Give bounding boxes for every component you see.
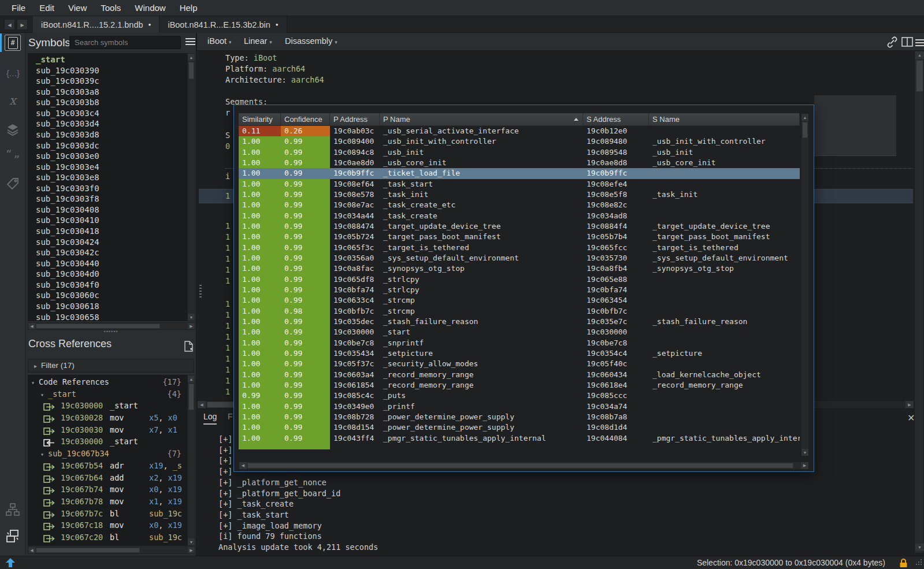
match-row[interactable]: 1.000.9919c065df8_strlcpy19c065e88 [239,274,800,285]
mini-graph-icon[interactable] [5,502,21,518]
match-row[interactable]: 1.000.9919c089400_usb_init_with_controll… [239,136,800,147]
symbol-list-item[interactable]: sub_19c0303e4 [36,162,187,173]
menu-view[interactable]: View [61,0,94,16]
match-row[interactable]: 1.000.9919c08ef64_task_start19c08efe4 [239,179,800,189]
match-row[interactable]: 1.000.9919c088474_target_update_device_t… [239,221,800,232]
match-row[interactable]: 1.000.9919c08d154_power_determine_power_… [239,422,800,433]
match-row[interactable]: 1.000.9919c0356a0_sys_setup_default_envi… [239,253,800,263]
xref-filter-row[interactable]: ▸Filter (17) [28,359,194,373]
tags-pane-icon[interactable] [5,176,21,192]
expand-arrow-icon[interactable]: ▾ [40,389,48,401]
symbol-list-item[interactable]: sub_19c030618 [36,301,187,312]
symbol-list-item[interactable]: sub_19c0303f8 [36,194,187,204]
match-row[interactable]: 1.000.9919c0b9ffc_ticket_load_file19c0b9… [239,168,800,178]
match-row[interactable]: 1.000.9919c08e578_task_init19c08e5f8_tas… [239,189,800,200]
menu-tools[interactable]: Tools [94,0,128,16]
symbol-list-item[interactable]: sub_19c0303f0 [36,183,187,194]
symbols-vertical-scrollbar[interactable]: ▲ ▼ [187,53,195,321]
column-header-saddr[interactable]: S Address [583,113,649,125]
symbol-list-item[interactable]: sub_19c030390 [36,65,187,76]
xref-horizontal-scrollbar[interactable]: ◀ ▶ [28,546,195,554]
types-pane-icon[interactable]: {…} [5,65,21,81]
xref-row[interactable]: 19c030000_start [28,400,187,412]
menu-file[interactable]: File [5,0,32,16]
view-menu-disassembly[interactable]: Disassembly▾ [285,36,337,46]
document-tab-1[interactable]: iBoot.n841.R...E.15.3b2.bin● [159,16,287,33]
xref-row[interactable]: 19c067b74movx0, x19 [28,484,187,496]
xref-row[interactable]: 19c067c18movx0, x19 [28,519,187,531]
match-row[interactable]: 1.000.9819c0bfb7c_strcmp19c0bfb7c [239,306,800,317]
nav-back-button[interactable]: ◀ [4,19,15,30]
drag-handle-icon[interactable] [199,285,202,297]
stack-pane-icon[interactable] [5,121,21,137]
xref-group-row[interactable]: ▾sub_19c067b34{7} [28,448,187,460]
symbol-search-input[interactable] [69,36,181,49]
symbol-list-item[interactable]: sub_19c03039c [36,76,187,87]
symbol-list-item[interactable]: sub_19c0303e8 [36,172,187,183]
match-row[interactable]: 1.000.9919c05f37c_security_allow_modes19… [239,359,800,369]
xref-vertical-scrollbar[interactable]: ▲ ▼ [187,375,195,546]
match-row[interactable]: 1.000.9919c034a44_task_create19c034ad8 [239,211,800,221]
match-row[interactable]: 1.000.9919c0ae8d0_usb_core_init19c0ae8d8… [239,158,800,168]
symbol-list-item[interactable]: sub_19c0303dc [36,140,187,151]
match-row[interactable]: 1.000.9919c0894c8_usb_init19c089548_usb_… [239,147,800,158]
xref-row[interactable]: 19c030000_start [28,436,187,448]
match-row[interactable]: 1.000.9919c061854_record_memory_range19c… [239,380,800,391]
menu-help[interactable]: Help [173,0,205,16]
symbol-list-item[interactable]: sub_19c0303d4 [36,118,187,129]
view-menu-iboot[interactable]: iBoot▾ [207,36,232,46]
match-row[interactable]: 1.000.9919c08b728_power_determine_power_… [239,412,800,422]
match-row[interactable]: 0.990.9919c085c4c_puts19c085ccc [239,391,800,401]
match-row[interactable]: 1.000.9919c043ff4_pmgr_static_tunables_a… [239,433,800,444]
column-header-pname[interactable]: P Name [380,113,583,125]
symbol-list-item[interactable]: sub_19c030658 [36,312,187,322]
match-row[interactable]: 1.000.9919c0603a4_record_memory_range19c… [239,370,800,380]
symbol-list-item[interactable]: sub_19c03042c [36,247,187,258]
strings-pane-icon[interactable]: “” [5,148,21,165]
xref-row[interactable]: 19c067b78movx1, x19 [28,496,187,508]
menu-window[interactable]: Window [128,0,172,16]
matches-vertical-scrollbar[interactable]: ▲ ▼ [801,113,809,456]
xref-row[interactable]: 19c067b54adrx19, _s [28,460,187,472]
symbol-list-item[interactable]: _start [36,54,187,65]
match-row[interactable]: 1.000.9919c0a8fac_synopsys_otg_stop19c0a… [239,263,800,274]
symbol-list-item[interactable]: sub_19c0303e0 [36,151,187,162]
xref-row[interactable]: 19c030028movx5, x0 [28,412,187,424]
symbol-list-item[interactable]: sub_19c0303c4 [36,108,187,119]
symbol-list-item[interactable]: sub_19c030440 [36,258,187,269]
symbol-list-item[interactable]: sub_19c0303b8 [36,97,187,108]
view-options-icon[interactable] [915,38,924,48]
expand-up-icon[interactable] [5,557,16,569]
match-row[interactable]: 1.000.9919c0be7c8_snprintf19c0be7c8 [239,338,800,348]
symbol-list-item[interactable]: sub_19c030418 [36,226,187,237]
symbol-list-item[interactable]: sub_19c0303a8 [36,87,187,98]
match-row[interactable]: 1.000.9919c035434_setpicture19c0354c4_se… [239,348,800,359]
symbol-list-item[interactable]: sub_19c030424 [36,237,187,248]
xref-group-row[interactable]: ▾Code References{17} [28,376,187,388]
symbol-list-item[interactable]: sub_19c030408 [36,204,187,215]
symbols-menu-icon[interactable] [185,36,195,47]
expand-arrow-icon[interactable]: ▾ [31,377,39,389]
symbols-pane-icon[interactable]: # [5,35,21,51]
xref-group-row[interactable]: ▾_start{4} [28,388,187,400]
symbol-list-item[interactable]: sub_19c0303d8 [36,129,187,140]
column-header-sim[interactable]: Similarity [239,113,281,125]
sync-link-icon[interactable] [885,36,899,51]
panel-splitter[interactable]: •••••• [25,329,196,334]
variables-pane-icon[interactable]: x [5,92,21,109]
document-tab-0[interactable]: iBoot.n841.R....15.2.1.bndb● [33,16,159,33]
match-row[interactable]: 1.000.9919c08e7ac_task_create_etc19c08e8… [239,200,800,210]
tab-log[interactable]: Log [203,412,217,425]
column-header-sname[interactable]: S Name [649,113,800,125]
menu-edit[interactable]: Edit [32,0,61,16]
view-menu-linear[interactable]: Linear▾ [244,36,272,46]
nav-forward-button[interactable]: ▶ [17,19,28,30]
match-row[interactable]: 1.000.9919c065f3c_target_is_tethered19c0… [239,243,800,253]
match-row[interactable]: 1.000.9919c0349e0_printf19c034a74 [239,401,800,412]
column-header-paddr[interactable]: P Address [330,113,380,125]
match-row[interactable]: 1.000.9919c0633c4_strcmp19c063454 [239,295,800,306]
match-row[interactable]: 1.000.9919c030000_start19c030000 [239,327,800,337]
xref-row[interactable]: 19c067b7cblsub_19c [28,508,187,520]
match-row[interactable]: 1.000.9919c0bfa74_strlcpy19c0bfa74 [239,285,800,295]
symbol-list-item[interactable]: sub_19c03060c [36,290,187,301]
